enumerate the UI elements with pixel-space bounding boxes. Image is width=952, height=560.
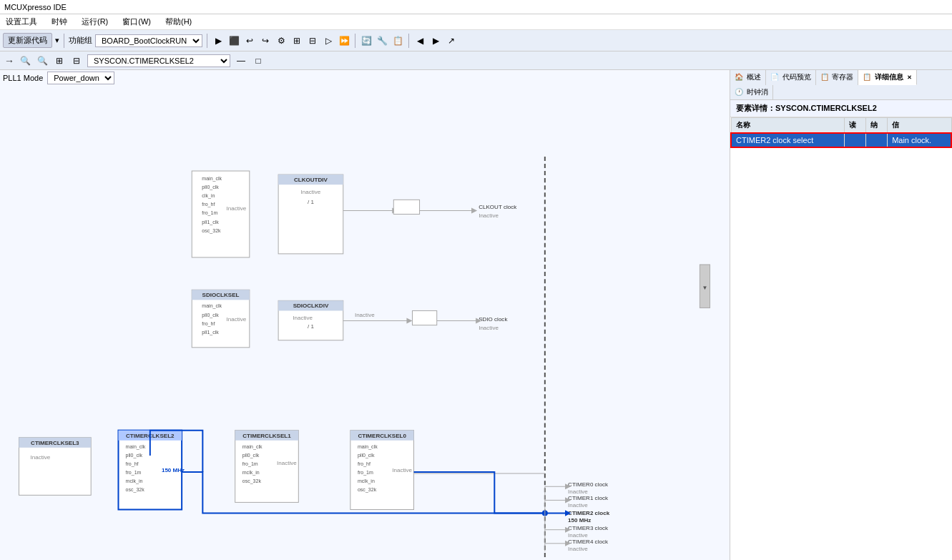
refresh-source-button[interactable]: 更新源代码 — [3, 33, 52, 48]
zoom-out-icon[interactable]: 🔍 — [36, 54, 49, 67]
svg-text:150 MHz: 150 MHz — [568, 517, 591, 524]
svg-text:CTIMERCLKSEL3: CTIMERCLKSEL3 — [31, 440, 79, 446]
svg-text:Inactive: Inactive — [479, 212, 499, 219]
svg-text:▼: ▼ — [702, 285, 707, 291]
props-table: 名称 读 纳 信 CTIMER2 clock select Main clock… — [730, 117, 952, 148]
toolbar-icon-3[interactable]: ↩ — [243, 34, 256, 47]
svg-text:CLKOUTDIV: CLKOUTDIV — [294, 177, 328, 183]
svg-text:SDIOCLKDIV: SDIOCLKDIV — [293, 303, 329, 309]
svg-rect-73 — [350, 431, 414, 441]
svg-rect-51 — [118, 431, 182, 441]
svg-text:fro_1m: fro_1m — [202, 210, 217, 216]
toolbar-icon-2[interactable]: ⬛ — [227, 34, 240, 47]
pll-mode-bar: PLL1 Mode Power_down Normal Bypass — [3, 72, 114, 84]
menu-clock[interactable]: 时钟 — [49, 15, 70, 29]
register-icon: 📋 — [820, 73, 829, 81]
toolbar-icon-1[interactable]: ▶ — [212, 34, 225, 47]
menu-help[interactable]: 帮助(H) — [162, 15, 195, 29]
minimize-icon[interactable]: — — [235, 54, 247, 67]
prop-name-ctimer2: CTIMER2 clock select — [731, 133, 845, 147]
nav-icon[interactable]: ⊟ — [70, 54, 83, 67]
tab-overview[interactable]: 🏠 概述 — [730, 70, 766, 85]
svg-text:/ 1: / 1 — [308, 199, 314, 205]
svg-text:Inactive: Inactive — [568, 546, 588, 552]
app-title: MCUXpresso IDE — [4, 3, 67, 11]
svg-text:fro_1m: fro_1m — [242, 461, 258, 467]
right-tabs: 🏠 概述 📄 代码预览 📋 寄存器 📋 详细信息 ✕ 🕐 时钟消 — [730, 70, 952, 100]
nav-arrow[interactable]: → — [4, 55, 14, 67]
tab-details[interactable]: 📋 详细信息 ✕ — [858, 70, 917, 85]
svg-marker-86 — [565, 483, 571, 489]
svg-text:pll1_clk: pll1_clk — [202, 330, 219, 335]
tab-details-label: 详细信息 — [875, 73, 903, 81]
col-read: 读 — [845, 118, 866, 134]
props-header-label: 要素详情：SYSCON.CTIMERCLKSEL2 — [736, 104, 877, 112]
svg-text:pll0_clk: pll0_clk — [202, 185, 219, 190]
toolbar-icon-nav-fwd[interactable]: ▶ — [429, 34, 442, 47]
tab-code-preview[interactable]: 📄 代码预览 — [766, 70, 816, 85]
toolbar-icon-6[interactable]: ⊞ — [290, 34, 303, 47]
toolbar-icon-10[interactable]: 🔄 — [360, 34, 373, 47]
col-info: 信 — [888, 118, 951, 134]
tab-registers-label: 寄存器 — [832, 73, 853, 81]
svg-text:main_clk: main_clk — [126, 444, 146, 450]
svg-text:main_clk: main_clk — [358, 444, 378, 450]
zoom-in-icon[interactable]: 🔍 — [19, 54, 31, 67]
menubar: 设置工具 时钟 运行(R) 窗口(W) 帮助(H) — [0, 14, 952, 30]
node-select[interactable]: SYSCON.CTIMERCLKSEL2 — [87, 54, 230, 67]
svg-text:fro_1m: fro_1m — [358, 470, 373, 476]
svg-text:CTIMER1 clock: CTIMER1 clock — [568, 495, 609, 501]
fit-icon[interactable]: ⊞ — [53, 54, 66, 67]
svg-text:fro_1m: fro_1m — [126, 470, 142, 476]
svg-text:CTIMERCLKSEL0: CTIMERCLKSEL0 — [358, 433, 406, 439]
svg-rect-50 — [118, 431, 182, 510]
func-group-label: 功能组 — [69, 35, 92, 46]
svg-text:osc_32k: osc_32k — [242, 478, 262, 484]
code-icon: 📄 — [770, 73, 779, 81]
svg-text:Inactive: Inactive — [31, 454, 51, 461]
toolbar-icon-5[interactable]: ⚙ — [275, 34, 288, 47]
tab-clock-msg[interactable]: 🕐 时钟消 — [730, 85, 773, 99]
close-tab-icon[interactable]: ✕ — [907, 74, 912, 81]
svg-text:osc_32k: osc_32k — [202, 228, 221, 234]
svg-marker-62 — [565, 510, 571, 516]
svg-rect-46 — [19, 438, 91, 496]
svg-text:mclk_in: mclk_in — [126, 478, 143, 484]
svg-rect-34 — [278, 300, 343, 310]
svg-text:SDIO clock: SDIO clock — [479, 316, 508, 323]
svg-marker-18 — [392, 207, 398, 213]
config-select[interactable]: BOARD_BootClockRUN — [95, 34, 202, 47]
svg-text:pll0_clk: pll0_clk — [242, 453, 260, 458]
tab-clock-label: 时钟消 — [747, 88, 768, 96]
menu-settings[interactable]: 设置工具 — [3, 15, 40, 29]
svg-text:CTIMER0 clock: CTIMER0 clock — [568, 481, 609, 488]
toolbar-icon-9[interactable]: ⏩ — [338, 34, 350, 47]
svg-text:fro_hf: fro_hf — [358, 461, 371, 467]
toolbar-icon-12[interactable]: 📋 — [391, 34, 404, 47]
prop-read-ctimer2 — [845, 133, 866, 147]
maximize-icon[interactable]: □ — [252, 54, 265, 67]
diagram-panel[interactable]: PLL1 Mode Power_down Normal Bypass ▼ CLK… — [0, 70, 730, 560]
svg-text:CTIMER2 clock: CTIMER2 clock — [568, 510, 610, 516]
toolbar-icon-11[interactable]: 🔧 — [376, 34, 388, 47]
toolbar-icon-4[interactable]: ↪ — [259, 34, 272, 47]
toolbar-dropdown-arrow[interactable]: ▾ — [55, 36, 59, 45]
prop-info-ctimer2: Main clock. — [888, 133, 951, 147]
svg-text:Inactive: Inactive — [227, 316, 247, 323]
svg-text:fro_hf: fro_hf — [202, 321, 215, 327]
details-icon: 📋 — [863, 73, 871, 81]
home-icon: 🏠 — [735, 73, 743, 81]
svg-text:clk_in: clk_in — [202, 193, 215, 199]
menu-window[interactable]: 窗口(W) — [119, 15, 154, 29]
toolbar-icon-8[interactable]: ▷ — [322, 34, 335, 47]
toolbar-icon-7[interactable]: ⊟ — [306, 34, 319, 47]
svg-text:pll1_clk: pll1_clk — [202, 220, 219, 225]
toolbar-icon-nav-back[interactable]: ◀ — [413, 34, 426, 47]
tab-registers[interactable]: 📋 寄存器 — [816, 70, 859, 85]
props-row-ctimer2[interactable]: CTIMER2 clock select Main clock. — [731, 133, 951, 147]
svg-text:CTIMERCLKSEL2: CTIMERCLKSEL2 — [126, 433, 175, 439]
pll-select[interactable]: Power_down Normal Bypass — [47, 72, 114, 84]
menu-run[interactable]: 运行(R) — [79, 15, 111, 29]
toolbar-icon-export[interactable]: ↗ — [445, 34, 458, 47]
svg-marker-101 — [565, 541, 571, 546]
